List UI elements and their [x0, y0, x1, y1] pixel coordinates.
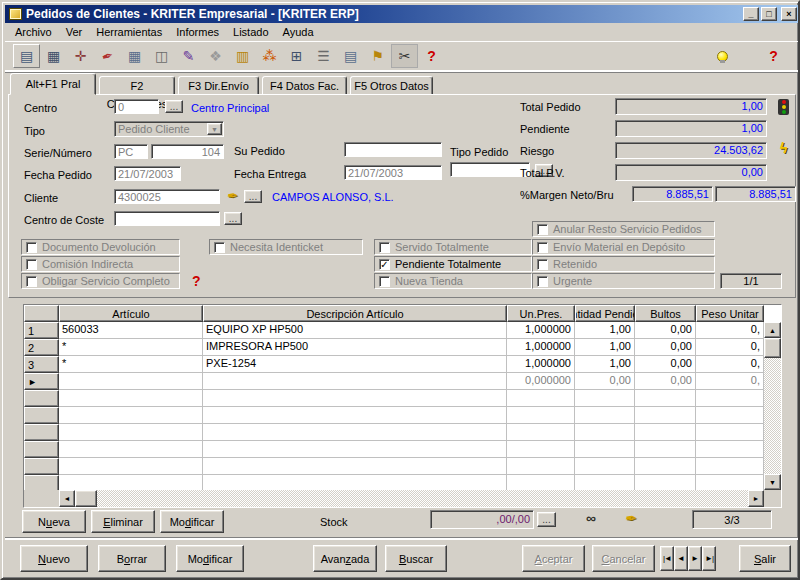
checkbox-box[interactable]: [537, 276, 548, 287]
cell-pendiente[interactable]: 1,00: [575, 339, 635, 356]
centro-browse-button[interactable]: ...: [165, 100, 183, 113]
cell-bultos[interactable]: 0,00: [635, 356, 696, 373]
tab-condiciones[interactable]: F2 Condiciones: [99, 76, 175, 95]
table-row[interactable]: 3 * PXE-1254 1,000000 1,00 0,00 0,: [24, 356, 764, 373]
cell-articulo[interactable]: 560033: [59, 322, 203, 339]
cell-peso[interactable]: 0,: [696, 322, 764, 339]
cell-bultos[interactable]: 0,00: [635, 373, 696, 390]
crosshair-icon[interactable]: ✛: [67, 44, 94, 68]
print-icon[interactable]: ▦: [40, 44, 67, 68]
tab-datos-fac[interactable]: F4 Datos Fac.: [262, 76, 347, 95]
modificar-button[interactable]: Modificar: [176, 545, 244, 572]
checkbox-obligar-servicio[interactable]: Obligar Servicio Completo: [21, 273, 180, 289]
tab-dir-envio[interactable]: F3 Dir.Envío: [178, 76, 259, 95]
header-bultos[interactable]: Bultos: [635, 305, 696, 322]
tipo-dropdown-arrow-icon[interactable]: ▼: [207, 123, 222, 135]
menu-item-archivo[interactable]: Archivo: [8, 24, 59, 40]
minimize-button[interactable]: _: [743, 7, 759, 21]
scroll-up-icon[interactable]: ▲: [764, 322, 781, 338]
cancelar-button[interactable]: Cancelar: [592, 545, 655, 572]
cell-bultos[interactable]: 0,00: [635, 322, 696, 339]
fecha-entrega-field[interactable]: 21/07/2003: [344, 165, 442, 180]
row-number[interactable]: 1: [24, 322, 59, 339]
checkbox-documento-devolucion[interactable]: Documento Devolución: [21, 239, 180, 255]
table-row-new[interactable]: ► 0,000000 0,00 0,00 0,: [24, 373, 764, 390]
nuevo-button[interactable]: Nuevo: [20, 545, 88, 572]
titlebar[interactable]: Pedidos de Clientes - KRITER Empresarial…: [5, 5, 799, 23]
cell-unpres[interactable]: 1,000000: [507, 339, 575, 356]
checkbox-box[interactable]: [379, 242, 390, 253]
close-button[interactable]: ×: [781, 7, 797, 21]
table-row[interactable]: 2 * IMPRESORA HP500 1,000000 1,00 0,00 0…: [24, 339, 764, 356]
header-descripcion[interactable]: Descripción Artículo: [203, 305, 507, 322]
stamp-icon[interactable]: ✒: [91, 40, 125, 72]
help-books-icon[interactable]: ?: [418, 44, 445, 68]
cell-unpres[interactable]: 1,000000: [507, 356, 575, 373]
menu-item-ver[interactable]: Ver: [59, 24, 90, 40]
cell-peso[interactable]: 0,: [696, 356, 764, 373]
tree-nodes-icon[interactable]: ⁂: [256, 44, 283, 68]
header-cantidad-pendiente[interactable]: ntidad Pendie: [575, 305, 635, 322]
list-details-icon[interactable]: ▤: [337, 44, 364, 68]
cell-descripcion[interactable]: [203, 373, 507, 390]
cliente-field[interactable]: 4300025: [114, 189, 220, 204]
borrar-button[interactable]: Borrar: [98, 545, 166, 572]
centro-field[interactable]: 0: [114, 99, 159, 114]
centro-coste-field[interactable]: [114, 211, 220, 226]
checkbox-servido-totalmente[interactable]: Servido Totalmente: [374, 239, 532, 255]
grid-hscrollbar[interactable]: ◄ ►: [59, 490, 764, 507]
tab-otros-datos[interactable]: F5 Otros Datos: [350, 76, 433, 95]
nav-prev-button[interactable]: ◄: [674, 546, 688, 571]
tip-lightbulb-icon[interactable]: [707, 44, 734, 68]
numero-field[interactable]: 104: [151, 144, 224, 159]
tipo-pedido-field[interactable]: [450, 162, 530, 177]
grid-vscrollbar[interactable]: ▲ ▼: [764, 322, 781, 490]
cell-bultos[interactable]: 0,00: [635, 339, 696, 356]
nueva-button[interactable]: Nueva: [22, 510, 86, 533]
checkbox-nueva-tienda[interactable]: Nueva Tienda: [374, 273, 532, 289]
nav-last-button[interactable]: ►|: [702, 546, 716, 571]
edit-document-icon[interactable]: ✎: [175, 44, 202, 68]
checkbox-box[interactable]: [379, 276, 390, 287]
eliminar-button[interactable]: Eliminar: [91, 510, 155, 533]
checkbox-box[interactable]: [537, 259, 548, 270]
cell-pendiente[interactable]: 1,00: [575, 322, 635, 339]
help-icon[interactable]: ?: [760, 44, 787, 68]
scroll-left-icon[interactable]: ◄: [59, 490, 75, 507]
checkbox-necesita-identicket[interactable]: Necesita Identicket: [209, 239, 363, 255]
tree-list-icon[interactable]: ☰: [310, 44, 337, 68]
stock-browse-button[interactable]: ...: [537, 512, 556, 527]
cell-pendiente[interactable]: 0,00: [575, 373, 635, 390]
tab-pral[interactable]: Alt+F1 Pral: [10, 73, 96, 95]
serie-field[interactable]: PC: [114, 144, 148, 159]
modificar-row-button[interactable]: Modificar: [160, 510, 224, 533]
cell-articulo[interactable]: *: [59, 339, 203, 356]
cut-icon[interactable]: ✂: [391, 44, 418, 68]
checkbox-box[interactable]: [537, 242, 548, 253]
menu-item-listado[interactable]: Listado: [226, 24, 275, 40]
header-unpres[interactable]: Un.Pres.: [507, 305, 575, 322]
checkbox-envio-deposito[interactable]: Envío Material en Depósito: [532, 239, 715, 255]
fecha-pedido-field[interactable]: 21/07/2003: [114, 166, 181, 181]
checkbox-box[interactable]: [26, 276, 37, 287]
row-number[interactable]: 2: [24, 339, 59, 356]
cell-descripcion[interactable]: EQUIPO XP HP500: [203, 322, 507, 339]
aceptar-button[interactable]: Aceptar: [522, 545, 585, 572]
avanzada-button[interactable]: Avanzada: [313, 545, 377, 572]
checkbox-box[interactable]: [537, 224, 548, 235]
checkbox-box[interactable]: [26, 242, 37, 253]
cell-unpres[interactable]: 0,000000: [507, 373, 575, 390]
checkbox-pendiente-totalmente[interactable]: ✓Pendiente Totalmente: [374, 256, 532, 272]
cell-articulo[interactable]: *: [59, 356, 203, 373]
cell-peso[interactable]: 0,: [696, 339, 764, 356]
cliente-browse-button[interactable]: ...: [244, 190, 262, 203]
table-row[interactable]: 1 560033 EQUIPO XP HP500 1,000000 1,00 0…: [24, 322, 764, 339]
header-peso-unitario[interactable]: Peso Unitar: [696, 305, 764, 322]
menu-item-herramientas[interactable]: Herramientas: [89, 24, 169, 40]
cell-articulo[interactable]: [59, 373, 203, 390]
stock-quill-icon[interactable]: ✒: [624, 510, 636, 526]
su-pedido-field[interactable]: [344, 142, 442, 157]
column-adjust-icon[interactable]: ◫: [148, 44, 175, 68]
menu-item-informes[interactable]: Informes: [169, 24, 226, 40]
header-rownum[interactable]: [24, 305, 59, 322]
